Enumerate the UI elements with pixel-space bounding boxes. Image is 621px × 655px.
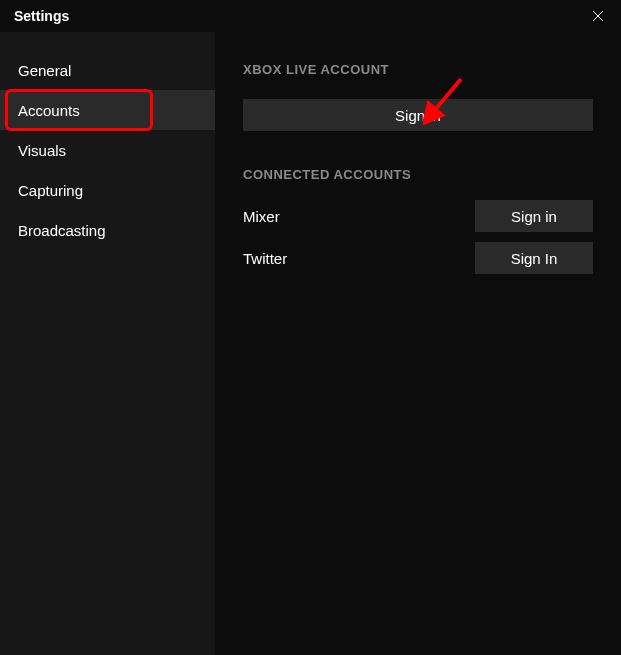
- sidebar-item-label: General: [18, 62, 71, 79]
- sidebar-item-general[interactable]: General: [0, 50, 215, 90]
- sidebar-item-label: Broadcasting: [18, 222, 106, 239]
- sidebar-item-label: Accounts: [18, 102, 80, 119]
- close-button[interactable]: [575, 0, 621, 32]
- main-panel: XBOX LIVE ACCOUNT Sign in CONNECTED ACCO…: [215, 32, 621, 655]
- sidebar-item-capturing[interactable]: Capturing: [0, 170, 215, 210]
- window-title: Settings: [14, 8, 69, 24]
- close-icon: [592, 10, 604, 22]
- account-row-twitter: Twitter Sign In: [243, 242, 593, 274]
- sidebar-item-accounts[interactable]: Accounts: [0, 90, 215, 130]
- account-label: Mixer: [243, 208, 280, 225]
- connected-section-header: CONNECTED ACCOUNTS: [243, 167, 593, 182]
- sidebar-item-label: Capturing: [18, 182, 83, 199]
- account-row-mixer: Mixer Sign in: [243, 200, 593, 232]
- twitter-signin-button[interactable]: Sign In: [475, 242, 593, 274]
- xbox-signin-button[interactable]: Sign in: [243, 99, 593, 131]
- titlebar: Settings: [0, 0, 621, 32]
- sidebar-item-visuals[interactable]: Visuals: [0, 130, 215, 170]
- sidebar-item-label: Visuals: [18, 142, 66, 159]
- account-label: Twitter: [243, 250, 287, 267]
- xbox-section-header: XBOX LIVE ACCOUNT: [243, 62, 593, 77]
- sidebar: General Accounts Visuals Capturing Broad…: [0, 32, 215, 655]
- mixer-signin-button[interactable]: Sign in: [475, 200, 593, 232]
- sidebar-item-broadcasting[interactable]: Broadcasting: [0, 210, 215, 250]
